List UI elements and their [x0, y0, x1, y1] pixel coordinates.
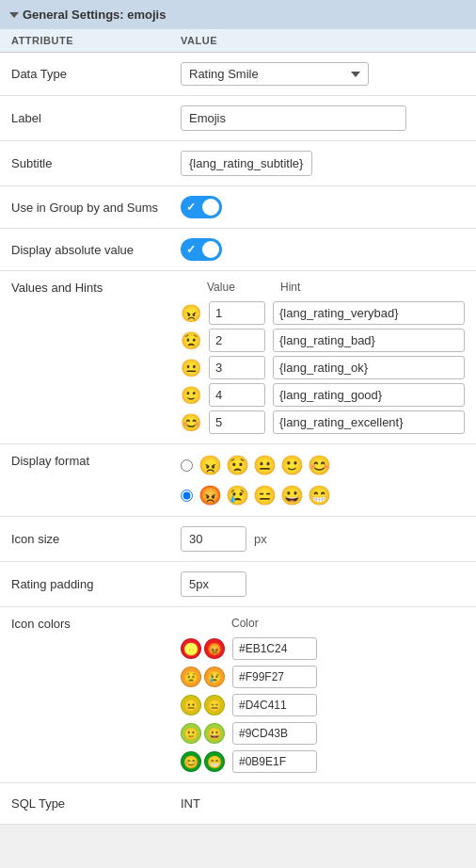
label-row-label: Label [11, 111, 181, 125]
display-absolute-row: Display absolute value ✓ [0, 229, 476, 271]
hints-header: Value Hint [181, 281, 465, 294]
panel-header: General Settings: emojis [0, 0, 476, 29]
color-input-5[interactable] [232, 750, 317, 773]
hint-text-5[interactable] [273, 410, 465, 434]
color-emoji-outline-2: 😟 [183, 670, 198, 684]
color-swatch-filled-5: 😁 [204, 751, 225, 772]
subtitle-input[interactable] [181, 151, 312, 176]
color-emoji-filled-5: 😁 [207, 755, 222, 769]
hint-row-4: 🙂 [181, 383, 465, 407]
collapse-triangle-icon[interactable] [9, 12, 19, 18]
values-hints-section: Values and Hints Value Hint 😠 😟 😐 🙂 [0, 271, 476, 444]
icon-colors-section: Icon colors Color 😠 😡 😟 😢 [0, 607, 476, 783]
color-emoji-outline-5: 😊 [183, 755, 198, 769]
format-row-1: 😠 😟 😐 🙂 😊 [181, 454, 465, 476]
color-row-1: 😠 😡 [181, 637, 465, 660]
sql-type-row: SQL Type INT [0, 783, 476, 825]
color-input-1[interactable] [232, 637, 317, 660]
color-emoji-outline-4: 🙂 [183, 727, 198, 741]
hint-row-5: 😊 [181, 410, 465, 434]
attribute-col-header: ATTRIBUTE [11, 35, 181, 46]
color-swatch-outline-1: 😠 [181, 638, 201, 659]
data-type-label: Data Type [11, 67, 181, 81]
format-radio-1[interactable] [181, 459, 193, 472]
emoji-bad-icon: 😟 [181, 330, 201, 351]
color-emoji-filled-4: 😀 [207, 727, 222, 741]
hint-row-3: 😐 [181, 356, 465, 379]
display-absolute-toggle[interactable]: ✓ [181, 238, 222, 261]
display-absolute-slider [181, 238, 222, 261]
format-emoji-2-1: 😡 [198, 484, 222, 506]
format-emoji-2-5: 😁 [308, 484, 331, 506]
color-row-3: 😐 😑 [181, 694, 465, 716]
hint-value-3[interactable] [209, 356, 265, 379]
color-input-3[interactable] [232, 694, 317, 716]
hint-text-4[interactable] [273, 383, 465, 407]
data-type-row: Data Type Rating Smile [0, 53, 476, 96]
use-in-group-row: Use in Group by and Sums ✓ [0, 186, 476, 229]
icon-size-label: Icon size [11, 532, 181, 546]
display-format-label: Display format [11, 454, 181, 468]
data-type-select[interactable]: Rating Smile [181, 62, 369, 86]
subtitle-label: Subtitle [11, 156, 181, 170]
hint-row-2: 😟 [181, 329, 465, 352]
format-radio-2[interactable] [181, 490, 193, 502]
emoji-ok-icon: 😐 [181, 358, 201, 378]
rating-padding-value [181, 571, 465, 597]
color-emoji-filled-1: 😡 [207, 642, 222, 656]
use-in-group-label: Use in Group by and Sums [11, 201, 181, 215]
use-in-group-value: ✓ [181, 196, 465, 218]
color-input-2[interactable] [232, 666, 317, 688]
color-input-4[interactable] [232, 722, 317, 745]
use-in-group-toggle[interactable]: ✓ [181, 196, 222, 218]
color-row-4: 🙂 😀 [181, 722, 465, 745]
hint-text-2[interactable] [273, 329, 465, 352]
color-emoji-filled-3: 😑 [207, 699, 222, 713]
icon-size-row: Icon size px [0, 517, 476, 562]
color-swatch-outline-4: 🙂 [181, 723, 201, 744]
icon-size-unit: px [254, 532, 267, 546]
color-swatch-filled-3: 😑 [204, 695, 225, 715]
color-swatch-pair-4: 🙂 😀 [181, 723, 225, 744]
format-emoji-1-4: 🙂 [280, 454, 304, 476]
hint-value-2[interactable] [209, 329, 265, 352]
label-row-value [181, 105, 465, 131]
value-col-label: Value [207, 281, 273, 294]
color-swatch-outline-2: 😟 [181, 667, 201, 687]
hint-value-5[interactable] [209, 410, 265, 434]
display-absolute-value: ✓ [181, 238, 465, 261]
color-swatch-pair-3: 😐 😑 [181, 695, 225, 715]
color-row-5: 😊 😁 [181, 750, 465, 773]
format-emoji-1-3: 😐 [253, 454, 277, 476]
subtitle-row: Subtitle [0, 141, 476, 186]
label-row: Label [0, 96, 476, 141]
hint-text-3[interactable] [273, 356, 465, 379]
icon-size-input[interactable] [181, 526, 246, 552]
hint-row-1: 😠 [181, 301, 465, 325]
format-emoji-2-2: 😢 [226, 484, 249, 506]
sql-type-text: INT [181, 796, 200, 811]
hint-text-1[interactable] [273, 301, 465, 325]
sql-type-value: INT [181, 796, 465, 811]
colors-grid: Color 😠 😡 😟 😢 [181, 617, 465, 773]
display-format-section: Display format 😠 😟 😐 🙂 😊 😡 😢 😑 😀 😁 [0, 444, 476, 517]
format-emoji-1-2: 😟 [226, 454, 249, 476]
rating-padding-input[interactable] [181, 571, 246, 597]
hint-value-4[interactable] [209, 383, 265, 407]
format-row-2: 😡 😢 😑 😀 😁 [181, 484, 465, 506]
label-input[interactable] [181, 105, 406, 131]
format-emoji-row-2: 😡 😢 😑 😀 😁 [198, 484, 331, 506]
emoji-good-icon: 🙂 [181, 385, 201, 406]
colors-col-header: Color [181, 617, 465, 630]
display-absolute-label: Display absolute value [11, 243, 181, 257]
format-options: 😠 😟 😐 🙂 😊 😡 😢 😑 😀 😁 [181, 454, 465, 506]
hint-value-1[interactable] [209, 301, 265, 325]
color-swatch-filled-2: 😢 [204, 667, 225, 687]
values-hints-label: Values and Hints [11, 281, 181, 295]
format-emoji-2-4: 😀 [280, 484, 304, 506]
color-swatch-outline-5: 😊 [181, 751, 201, 772]
emoji-excellent-icon: 😊 [181, 412, 201, 433]
table-header: ATTRIBUTE VALUE [0, 29, 476, 53]
color-emoji-filled-2: 😢 [207, 670, 222, 684]
use-in-group-slider [181, 196, 222, 218]
